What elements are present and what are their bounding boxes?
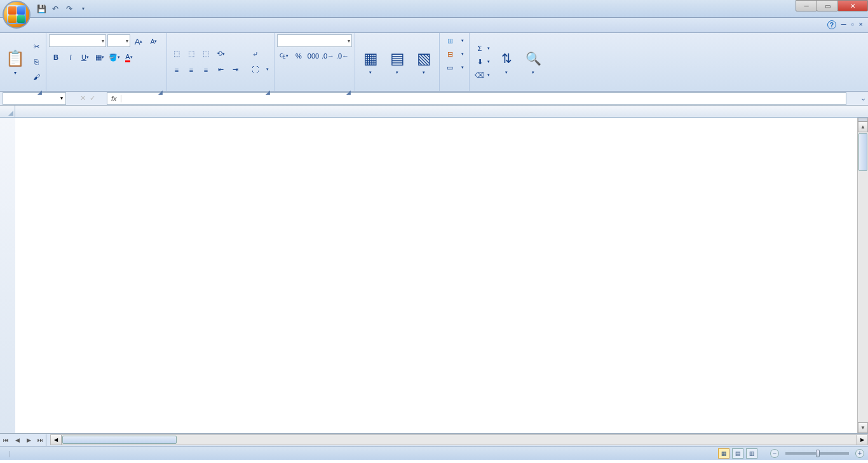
ribbon-restore-icon[interactable]: ▫ [851,20,854,29]
dialog-launcher-icon[interactable]: ◢ [264,89,271,97]
sort-icon: ⇅ [496,48,517,69]
border-icon[interactable]: ▦▾ [93,50,107,64]
vertical-scrollbar[interactable]: ▲ ▼ [857,118,868,433]
minimize-button[interactable]: ─ [796,0,817,11]
row-headers [0,118,15,433]
scroll-thumb[interactable] [858,133,867,171]
zoom-in-icon[interactable]: + [855,449,864,458]
align-middle-icon[interactable]: ⬚ [184,47,198,61]
group-alignment: ⬚ ⬚ ⬚ ⟲▾ ≡ ≡ ≡ ⇤ ⇥ ⤶ ⛶▾ ◢ [167,33,275,91]
font-size-combo[interactable]: ▾ [107,34,130,47]
cond-format-icon: ▦ [360,48,381,69]
indent-inc-icon[interactable]: ⇥ [228,63,242,77]
titlebar: 💾 ↶ ↷ ▾ ─ ▭ ✕ [0,0,868,18]
enter-formula-icon: ✓ [90,94,95,102]
name-box[interactable]: ▾ [3,92,66,105]
align-right-icon[interactable]: ≡ [199,63,213,77]
copy-icon[interactable]: ⎘ [29,55,43,69]
font-color-icon[interactable]: A▾ [122,50,136,64]
select-all-button[interactable] [0,106,15,117]
bold-icon[interactable]: B [49,50,63,64]
cell-styles-button[interactable]: ▧▾ [411,47,437,76]
office-button[interactable] [3,1,31,29]
autosum-button[interactable]: Σ▾ [472,42,492,55]
cells-area[interactable] [15,118,868,433]
align-left-icon[interactable]: ≡ [170,63,184,77]
wrap-icon: ⤶ [250,50,260,60]
dialog-launcher-icon[interactable]: ◢ [36,89,43,97]
grow-font-icon[interactable]: A▴ [132,34,146,48]
underline-icon[interactable]: U▾ [78,50,92,64]
comma-icon[interactable]: 000 [306,49,320,63]
group-font: ▾ ▾ A▴ A▾ B I U▾ ▦▾ 🪣▾ A▾ ◢ [46,33,167,91]
help-icon[interactable]: ? [827,20,836,29]
save-icon[interactable]: 💾 [36,3,47,15]
group-styles: ▦▾ ▤▾ ▧▾ [355,33,440,91]
sheet-last-icon[interactable]: ⏭ [34,434,46,446]
page-break-view-icon[interactable]: ▥ [746,448,757,459]
percent-icon[interactable]: % [292,49,306,63]
align-bottom-icon[interactable]: ⬚ [199,47,213,61]
undo-icon[interactable]: ↶ [50,3,61,15]
page-layout-view-icon[interactable]: ▤ [732,448,743,459]
insert-cells-button[interactable]: ⊞▾ [442,34,466,47]
sigma-icon: Σ [475,43,485,53]
scroll-right-icon[interactable]: ▶ [857,435,867,445]
fill-color-icon[interactable]: 🪣▾ [107,50,121,64]
format-table-button[interactable]: ▤▾ [384,47,410,76]
group-editing: Σ▾ ⬇▾ ⌫▾ ⇅▾ 🔍▾ [470,33,548,91]
shrink-font-icon[interactable]: A▾ [147,34,161,48]
ribbon: 📋 ▾ ✂ ⎘ 🖌 ◢ ▾ ▾ A▴ A▾ B I U▾ [0,33,868,92]
cancel-formula-icon: ✕ [80,94,86,102]
scroll-left-icon[interactable]: ◀ [51,435,62,445]
paste-icon: 📋 [5,48,25,69]
sort-filter-button[interactable]: ⇅▾ [494,47,519,76]
redo-icon[interactable]: ↷ [64,3,75,15]
close-button[interactable]: ✕ [837,0,868,11]
merge-center-button[interactable]: ⛶▾ [247,63,271,76]
fill-button[interactable]: ⬇▾ [472,55,492,68]
clear-button[interactable]: ⌫▾ [472,69,492,81]
conditional-format-button[interactable]: ▦▾ [358,47,383,76]
dialog-launcher-icon[interactable]: ◢ [156,89,164,97]
font-name-combo[interactable]: ▾ [49,34,106,47]
accounting-icon[interactable]: ₠▾ [277,49,291,63]
sheet-first-icon[interactable]: ⏮ [0,434,11,446]
inc-decimal-icon[interactable]: .0→ [321,49,335,63]
sheet-prev-icon[interactable]: ◀ [11,434,23,446]
normal-view-icon[interactable]: ▦ [718,448,729,459]
formula-input[interactable] [121,93,846,104]
delete-cells-button[interactable]: ⊟▾ [442,48,466,60]
dec-decimal-icon[interactable]: .0← [336,49,349,63]
wrap-text-button[interactable]: ⤶ [247,48,271,61]
format-cells-button[interactable]: ▭▾ [442,61,466,74]
hscroll-thumb[interactable] [62,436,177,444]
horizontal-scrollbar[interactable]: ◀ ▶ [50,434,868,445]
ribbon-tabs: ? ─ ▫ × [0,18,868,33]
cut-icon[interactable]: ✂ [29,39,43,53]
maximize-button[interactable]: ▭ [817,0,838,11]
ribbon-close-icon[interactable]: × [859,20,863,29]
italic-icon[interactable]: I [64,50,78,64]
format-painter-icon[interactable]: 🖌 [29,70,43,84]
scroll-down-icon[interactable]: ▼ [858,422,868,433]
scroll-up-icon[interactable]: ▲ [858,121,868,132]
fx-icon[interactable]: fx [107,95,121,102]
expand-formula-icon[interactable]: ⌄ [858,94,868,102]
paste-button[interactable]: 📋 ▾ [3,47,28,77]
number-format-combo[interactable]: ▾ [277,34,352,47]
align-center-icon[interactable]: ≡ [184,63,198,77]
dialog-launcher-icon[interactable]: ◢ [344,89,352,97]
align-top-icon[interactable]: ⬚ [170,47,184,61]
delete-icon: ⊟ [445,49,455,59]
zoom-out-icon[interactable]: − [770,449,779,458]
indent-dec-icon[interactable]: ⇤ [214,63,227,77]
qat-customize-icon[interactable]: ▾ [78,3,89,15]
find-select-button[interactable]: 🔍▾ [520,47,546,76]
status-bar: | ▦ ▤ ▥ − + [0,446,868,460]
sheet-next-icon[interactable]: ▶ [23,434,34,446]
ribbon-minimize-icon[interactable]: ─ [841,20,846,29]
orientation-icon[interactable]: ⟲▾ [214,47,227,61]
fill-down-icon: ⬇ [475,57,485,67]
zoom-slider[interactable] [785,452,849,455]
